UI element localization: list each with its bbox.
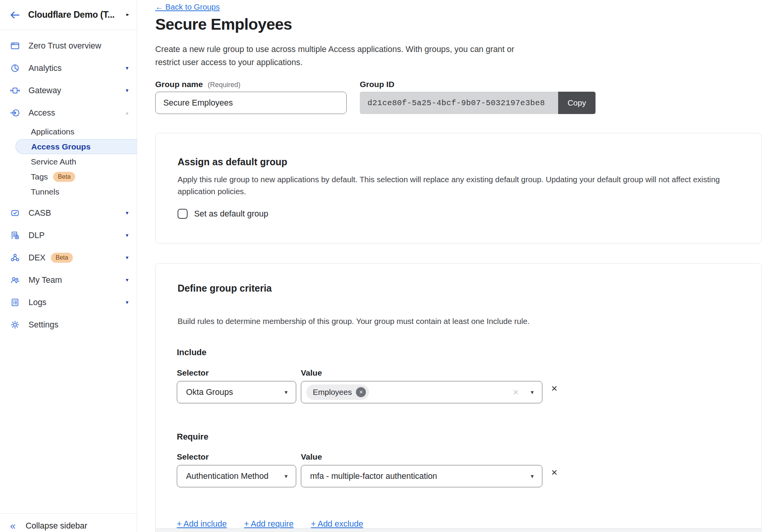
sidebar-item-label: DEX	[29, 253, 45, 263]
back-to-groups-link[interactable]: ← Back to Groups	[155, 2, 220, 12]
chevron-down-icon: ▼	[530, 473, 535, 479]
chevron-down-icon[interactable]: ▼	[125, 88, 129, 93]
sidebar-item-label: Tunnels	[31, 187, 59, 196]
group-id-label: Group ID	[360, 80, 394, 89]
casb-icon	[10, 208, 20, 218]
sidebar-item-label: DLP	[29, 231, 45, 240]
include-selector-dropdown[interactable]: Okta Groups ▼	[177, 381, 296, 403]
set-default-group-checkbox[interactable]	[178, 209, 188, 219]
sidebar-item-label: Settings	[29, 320, 59, 330]
sidebar-item-gateway[interactable]: Gateway ▼	[0, 79, 137, 102]
beta-badge: Beta	[53, 172, 75, 182]
add-exclude-link[interactable]: + Add exclude	[311, 519, 363, 529]
group-id-value-box: d21ce80f-5a25-4bcf-9b07-5032197e3be8	[360, 92, 558, 114]
sidebar-header: Cloudflare Demo (T... ▸	[0, 0, 137, 30]
sidebar: Cloudflare Demo (T... ▸ Zero Trust overv…	[0, 0, 137, 532]
set-default-group-row: Set as default group	[178, 209, 268, 219]
chevron-down-icon: ▼	[284, 473, 289, 479]
selector-column-label: Selector	[177, 368, 209, 378]
pie-chart-icon	[10, 63, 20, 73]
chevron-down-icon: ▼	[284, 389, 289, 395]
chevron-up-icon[interactable]: ▲	[125, 110, 129, 116]
sidebar-item-tags[interactable]: Tags Beta	[0, 169, 137, 184]
require-rule-row: Authentication Method ▼ mfa - multiple-f…	[156, 465, 761, 487]
sidebar-item-casb[interactable]: CASB ▼	[0, 202, 137, 224]
page-description: Create a new rule group to use across mu…	[155, 43, 527, 69]
sidebar-footer-divider	[0, 513, 137, 514]
sidebar-item-label: Access	[29, 108, 55, 118]
chevron-down-icon[interactable]: ▼	[125, 255, 129, 260]
require-value-dropdown[interactable]: mfa - multiple-factor authentication ▼	[301, 465, 542, 487]
bottom-bar-edge	[155, 528, 762, 532]
chevron-down-icon[interactable]: ▼	[125, 210, 129, 216]
value-column-label: Value	[301, 452, 322, 462]
access-sub-nav: Applications Access Groups Service Auth …	[0, 124, 137, 199]
document-lock-icon	[10, 230, 20, 240]
sidebar-item-label: My Team	[29, 275, 62, 285]
card-title: Assign as default group	[178, 156, 287, 168]
require-section-heading: Require	[177, 432, 208, 442]
clear-values-icon[interactable]: ✕	[513, 388, 519, 397]
beta-badge: Beta	[51, 253, 73, 263]
sidebar-item-label: Access Groups	[31, 142, 91, 151]
sidebar-item-service-auth[interactable]: Service Auth	[0, 154, 137, 169]
required-hint: (Required)	[208, 81, 240, 89]
sidebar-item-my-team[interactable]: My Team ▼	[0, 269, 137, 291]
selector-column-label: Selector	[177, 452, 209, 462]
sidebar-item-analytics[interactable]: Analytics ▼	[0, 57, 137, 79]
checkbox-label: Set as default group	[194, 209, 268, 219]
sidebar-item-label: Tags	[31, 172, 48, 181]
remove-tag-icon[interactable]: ✕	[356, 387, 366, 397]
collapse-sidebar-label: Collapse sidebar	[25, 521, 87, 531]
gear-icon	[10, 320, 20, 330]
sidebar-item-label: Zero Trust overview	[29, 41, 101, 51]
sidebar-item-zero-trust-overview[interactable]: Zero Trust overview	[0, 35, 137, 57]
include-value-multiselect[interactable]: Employees ✕ ✕ ▼	[301, 381, 542, 403]
account-name: Cloudflare Demo (T...	[28, 10, 115, 20]
assign-default-group-card: Assign as default group Apply this rule …	[155, 133, 762, 243]
add-include-link[interactable]: + Add include	[177, 519, 227, 529]
chevron-down-icon: ▼	[530, 389, 535, 395]
sidebar-item-logs[interactable]: Logs ▼	[0, 291, 137, 314]
sidebar-item-label: CASB	[29, 208, 51, 218]
chevron-down-icon[interactable]: ▼	[125, 65, 129, 71]
include-rule-row: Okta Groups ▼ Employees ✕ ✕ ▼ ✕	[156, 381, 761, 403]
sidebar-item-label: Analytics	[29, 64, 62, 73]
logs-list-icon	[10, 297, 20, 307]
remove-include-rule-button[interactable]: ✕	[549, 384, 559, 393]
add-rule-links: + Add include + Add require + Add exclud…	[177, 519, 381, 529]
chevron-down-icon[interactable]: ▼	[125, 233, 129, 238]
overview-window-icon	[10, 41, 20, 51]
sidebar-item-settings[interactable]: Settings	[0, 314, 137, 336]
sidebar-item-label: Service Auth	[31, 157, 76, 166]
group-name-label: Group name (Required)	[155, 80, 240, 89]
group-id-value: d21ce80f-5a25-4bcf-9b07-5032197e3be8	[367, 99, 545, 107]
group-name-input[interactable]	[155, 92, 347, 114]
sidebar-nav: Zero Trust overview Analytics ▼ Gateway …	[0, 35, 137, 336]
chevron-down-icon[interactable]: ▼	[125, 277, 129, 283]
sidebar-item-applications[interactable]: Applications	[0, 124, 137, 139]
access-icon	[10, 108, 20, 118]
remove-require-rule-button[interactable]: ✕	[549, 468, 559, 477]
value-tag-employees: Employees ✕	[306, 384, 369, 400]
define-group-criteria-card: Define group criteria Build rules to det…	[155, 263, 762, 532]
network-nodes-icon	[10, 253, 20, 263]
add-require-link[interactable]: + Add require	[244, 519, 294, 529]
card-title: Define group criteria	[178, 283, 272, 294]
include-section-heading: Include	[177, 347, 206, 357]
sidebar-item-access-groups[interactable]: Access Groups	[15, 139, 137, 154]
copy-group-id-button[interactable]: Copy	[558, 92, 596, 114]
sidebar-item-tunnels[interactable]: Tunnels	[0, 184, 137, 199]
account-expand-icon[interactable]: ▸	[126, 11, 129, 17]
page-title: Secure Employees	[155, 15, 292, 34]
chevron-down-icon[interactable]: ▼	[125, 300, 129, 305]
collapse-chevrons-icon: «	[10, 521, 15, 531]
sidebar-item-dex[interactable]: DEX Beta ▼	[0, 247, 137, 269]
card-description: Apply this rule group to new application…	[178, 173, 728, 197]
collapse-sidebar-button[interactable]: « Collapse sidebar	[0, 521, 137, 531]
sidebar-item-access[interactable]: Access ▲	[0, 102, 137, 124]
back-arrow-icon[interactable]	[9, 9, 21, 21]
sidebar-item-dlp[interactable]: DLP ▼	[0, 224, 137, 247]
require-selector-dropdown[interactable]: Authentication Method ▼	[177, 465, 296, 487]
sidebar-item-label: Logs	[29, 298, 47, 307]
